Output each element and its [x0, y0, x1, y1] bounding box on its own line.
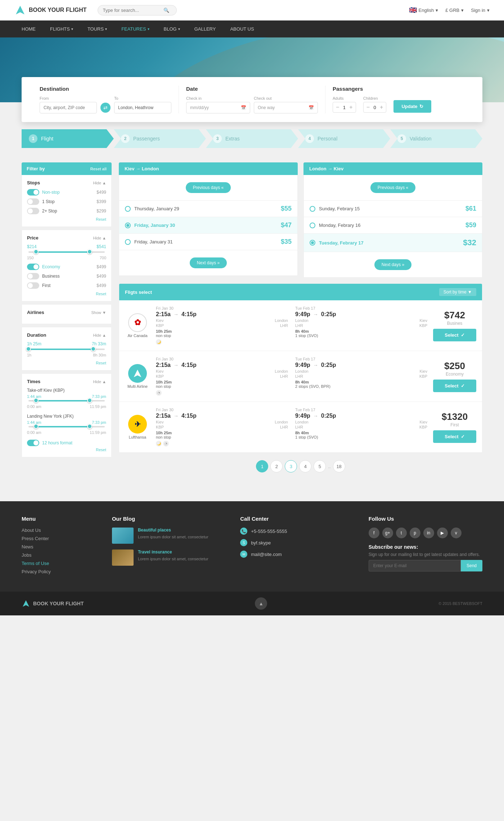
page-5-btn[interactable]: 5	[314, 460, 326, 472]
outbound-date-option-1[interactable]: Thursday, January 29 $55	[119, 201, 298, 217]
sort-button[interactable]: Sort by time ▼	[439, 288, 476, 296]
takeoff-thumb-left[interactable]	[33, 398, 39, 403]
signin-btn[interactable]: Sign in ▾	[471, 8, 490, 13]
adults-increment-button[interactable]: +	[349, 104, 352, 110]
flight-2-select-btn[interactable]: Select ✓	[433, 380, 476, 392]
price-range-thumb-left[interactable]	[33, 249, 39, 254]
footer-link-privacy[interactable]: Privacy Policy	[22, 569, 98, 574]
social-vimeo[interactable]: v	[451, 528, 462, 538]
nav-item-blog[interactable]: BLOG▾	[157, 21, 187, 37]
return-date-option-2[interactable]: Monday, Febrary 16 $59	[303, 217, 482, 234]
return-date-option-1[interactable]: Sunday, Febrary 15 $61	[303, 201, 482, 217]
nav-item-home[interactable]: HOME	[14, 21, 43, 37]
from-input[interactable]	[40, 102, 97, 113]
step-personal[interactable]: 4 Personal	[298, 129, 390, 148]
duration-thumb-right[interactable]	[91, 346, 96, 351]
price-hide-btn[interactable]: Hide ▲	[93, 236, 106, 240]
social-linkedin[interactable]: in	[423, 528, 434, 538]
flight-3-select-btn[interactable]: Select ✓	[433, 430, 476, 443]
adults-decrement-button[interactable]: −	[336, 104, 339, 110]
landing-thumb-right[interactable]	[87, 424, 92, 429]
stops-hide-btn[interactable]: Hide ▲	[93, 181, 106, 185]
page-18-btn[interactable]: 18	[333, 460, 345, 472]
price-range-thumb-right[interactable]	[87, 249, 92, 254]
return-date-option-3[interactable]: Tuesday, Febrary 17 $32	[303, 234, 482, 252]
page-1-btn[interactable]: 1	[256, 460, 268, 472]
search-bar[interactable]: 🔍	[98, 5, 177, 15]
swap-button[interactable]: ⇄	[100, 103, 111, 113]
business-toggle[interactable]	[27, 273, 39, 279]
outbound-date-option-3[interactable]: Friday, January 31 $35	[119, 234, 298, 250]
step-flight[interactable]: 1 Flight	[22, 129, 114, 148]
social-twitter[interactable]: t	[396, 528, 407, 538]
takeoff-thumb-right[interactable]	[87, 398, 92, 403]
language-selector[interactable]: 🇬🇧 English ▾	[409, 6, 438, 14]
flight-3-segments: Fri Jan 30 2:15a → 4:15p Kiev London KBP	[156, 408, 427, 447]
outbound-date-option-2[interactable]: Friday, January 30 $47	[119, 217, 298, 234]
social-youtube[interactable]: ▶	[437, 528, 448, 538]
step-extras[interactable]: 3 Extras	[206, 129, 298, 148]
checkin-input[interactable]: mm/dd/yy 📅	[186, 102, 250, 113]
price-range: $214 $541 150 700	[27, 244, 106, 260]
subscribe-email-input[interactable]	[369, 560, 461, 571]
step-passengers[interactable]: 2 Passengers	[114, 129, 206, 148]
outbound-prev-btn[interactable]: Previous days «	[186, 182, 231, 193]
airlines-show-btn[interactable]: Show ▼	[91, 310, 106, 315]
blog-title-2[interactable]: Travel insurance	[138, 549, 208, 555]
nav-item-flights[interactable]: FLIGHTS▾	[43, 21, 80, 37]
duration-reset-btn[interactable]: Reset	[27, 361, 106, 365]
checkout-input[interactable]: One way 📅	[254, 102, 318, 113]
return-next-btn[interactable]: Next days »	[374, 259, 411, 270]
social-pinterest[interactable]: p	[410, 528, 420, 538]
times-hide-btn[interactable]: Hide ▲	[93, 380, 106, 384]
nav-item-gallery[interactable]: GALLERY	[187, 21, 223, 37]
landing-thumb-left[interactable]	[33, 424, 39, 429]
return-prev-btn[interactable]: Previous days «	[370, 182, 415, 193]
to-input[interactable]	[114, 102, 171, 113]
currency-selector[interactable]: £ GRB ▾	[445, 8, 464, 13]
flight-1-select-btn[interactable]: Select ✓	[433, 329, 476, 341]
twostop-toggle[interactable]	[27, 208, 39, 214]
duration-thumb-left[interactable]	[26, 346, 31, 351]
economy-toggle[interactable]	[27, 264, 39, 270]
footer-bottom-logo[interactable]: BOOK YOUR FLIGHT	[22, 599, 84, 608]
footer: Menu About Us Press Center News Jobs Ter…	[0, 501, 504, 592]
reset-all-button[interactable]: Reset all	[90, 167, 107, 171]
step-validation[interactable]: 5 Validation	[390, 129, 482, 148]
page-4-btn[interactable]: 4	[299, 460, 311, 472]
blog-title-1[interactable]: Beautiful places	[138, 528, 208, 533]
footer-link-terms[interactable]: Terms of Use	[22, 561, 98, 566]
subscribe-send-btn[interactable]: Send	[461, 560, 482, 571]
nav-item-features[interactable]: FEATURES▾	[114, 21, 156, 37]
footer-link-press[interactable]: Press Center	[22, 536, 98, 541]
logo[interactable]: BOOK YOUR FLIGHT	[14, 4, 87, 16]
children-increment-button[interactable]: +	[380, 104, 383, 110]
footer-link-news[interactable]: News	[22, 544, 98, 549]
page-3-btn[interactable]: 3	[285, 460, 297, 472]
scroll-up-btn[interactable]: ▲	[255, 597, 267, 610]
flight-1-ret-arrow-icon: →	[313, 311, 318, 317]
footer-link-jobs[interactable]: Jobs	[22, 552, 98, 558]
search-input[interactable]	[103, 8, 161, 13]
hours-format-toggle[interactable]	[27, 440, 39, 446]
footer-link-about[interactable]: About Us	[22, 528, 98, 533]
update-button[interactable]: Update ↻	[393, 100, 431, 113]
social-google[interactable]: g+	[382, 528, 393, 538]
stops-title: Stops	[27, 180, 40, 185]
nav-item-about[interactable]: ABOUT US	[223, 21, 261, 37]
step-1-num: 1	[29, 134, 37, 143]
stops-reset-btn[interactable]: Reset	[27, 217, 106, 221]
first-toggle[interactable]	[27, 282, 39, 289]
times-reset-btn[interactable]: Reset	[27, 448, 106, 452]
filter-header: Filter by Reset all	[22, 162, 112, 175]
social-facebook[interactable]: f	[369, 528, 379, 538]
onestop-toggle[interactable]	[27, 198, 39, 205]
clock-3-icon: ◔	[163, 441, 169, 447]
nav-item-tours[interactable]: TOURS▾	[80, 21, 114, 37]
outbound-next-btn[interactable]: Next days »	[190, 257, 227, 268]
children-decrement-button[interactable]: −	[366, 104, 370, 110]
page-2-btn[interactable]: 2	[270, 460, 283, 472]
nonstop-toggle[interactable]	[27, 189, 39, 196]
price-reset-btn[interactable]: Reset	[27, 292, 106, 296]
duration-hide-btn[interactable]: Hide ▲	[93, 333, 106, 337]
